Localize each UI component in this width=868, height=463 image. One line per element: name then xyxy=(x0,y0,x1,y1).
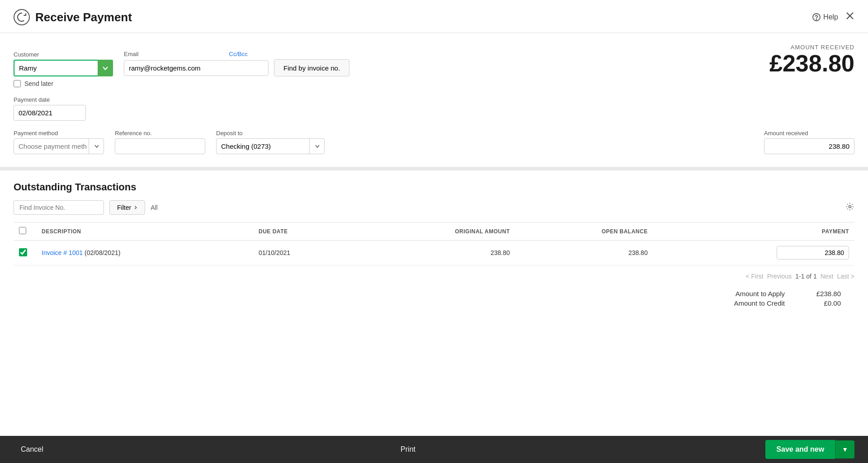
email-field-group: Email Cc/Bcc Find by invoice no. xyxy=(124,51,349,76)
open-balance-header: OPEN BALANCE xyxy=(515,222,653,241)
first-page-link[interactable]: < First xyxy=(745,273,763,280)
open-balance-cell: 238.80 xyxy=(515,241,653,265)
invoice-date: (02/08/2021) xyxy=(85,249,120,256)
deposit-to-label: Deposit to xyxy=(216,130,325,137)
print-button[interactable]: Print xyxy=(393,441,423,458)
svg-point-1 xyxy=(816,19,817,20)
reference-input[interactable] xyxy=(115,138,205,154)
send-later-checkbox[interactable] xyxy=(14,80,21,87)
pagination-row: < First Previous 1-1 of 1 Next Last > xyxy=(14,265,854,283)
email-input[interactable] xyxy=(124,60,269,76)
transactions-table: DESCRIPTION DUE DATE ORIGINAL AMOUNT OPE… xyxy=(14,222,854,265)
summary-section: Amount to Apply £238.80 Amount to Credit… xyxy=(14,283,854,312)
payment-date-label: Payment date xyxy=(14,96,854,103)
invoice-link[interactable]: Invoice # 1001 xyxy=(42,249,83,256)
amount-to-credit-value: £0.00 xyxy=(796,299,841,307)
due-date-cell: 01/10/2021 xyxy=(253,241,356,265)
payment-method-dropdown-button[interactable] xyxy=(89,138,104,154)
reference-group: Reference no. xyxy=(115,130,205,154)
payment-amount-input[interactable] xyxy=(777,246,849,260)
amount-received-header-value: £238.80 xyxy=(769,51,854,76)
previous-page-link[interactable]: Previous xyxy=(767,273,792,280)
next-page-link[interactable]: Next xyxy=(821,273,834,280)
help-button[interactable]: Help xyxy=(812,13,838,21)
pagination-current: 1-1 of 1 xyxy=(795,273,816,280)
payment-header: PAYMENT xyxy=(653,222,854,241)
page-icon xyxy=(14,9,30,25)
amount-to-apply-label: Amount to Apply xyxy=(736,290,785,298)
svg-point-4 xyxy=(849,205,851,208)
due-date-header: DUE DATE xyxy=(253,222,356,241)
find-invoice-button[interactable]: Find by invoice no. xyxy=(274,59,349,76)
email-label: Email xyxy=(124,51,139,57)
send-later-label: Send later xyxy=(24,80,53,87)
find-invoice-no-input[interactable] xyxy=(14,200,104,215)
customer-dropdown-button[interactable] xyxy=(98,60,113,76)
settings-icon-button[interactable] xyxy=(845,202,854,213)
save-new-button[interactable]: Save and new xyxy=(765,440,835,459)
select-all-checkbox[interactable] xyxy=(19,227,26,234)
payment-method-group: Payment method xyxy=(14,130,104,154)
save-new-dropdown-icon: ▼ xyxy=(842,446,848,453)
deposit-to-dropdown-button[interactable] xyxy=(309,138,325,154)
cc-bcc-link[interactable]: Cc/Bcc xyxy=(229,51,248,57)
amount-received-input-group: Amount received xyxy=(764,130,854,154)
close-button[interactable] xyxy=(845,11,854,23)
table-row: Invoice # 1001 (02/08/2021) 01/10/2021 2… xyxy=(14,241,854,265)
amount-to-credit-label: Amount to Credit xyxy=(734,299,785,307)
payment-date-input[interactable] xyxy=(14,105,86,121)
deposit-to-group: Deposit to xyxy=(216,130,325,154)
original-amount-cell: 238.80 xyxy=(356,241,515,265)
filter-button[interactable]: Filter xyxy=(109,200,145,215)
payment-method-label: Payment method xyxy=(14,130,104,137)
last-page-link[interactable]: Last > xyxy=(837,273,854,280)
filter-label: Filter xyxy=(117,204,131,211)
amount-to-apply-value: £238.80 xyxy=(796,290,841,298)
select-all-header xyxy=(14,222,36,241)
customer-label: Customer xyxy=(14,51,113,58)
page-title: Receive Payment xyxy=(35,10,132,24)
save-new-button-wrap: Save and new ▼ xyxy=(765,440,854,459)
page-footer: Cancel Print Save and new ▼ xyxy=(0,436,868,463)
amount-received-header-label: AMOUNT RECEIVED xyxy=(769,44,854,51)
all-link[interactable]: All xyxy=(151,204,158,211)
amount-received-input[interactable] xyxy=(764,138,854,154)
amount-received-input-label: Amount received xyxy=(764,130,854,137)
description-header: DESCRIPTION xyxy=(36,222,253,241)
customer-field-group: Customer xyxy=(14,51,113,76)
transactions-title: Outstanding Transactions xyxy=(14,181,854,193)
deposit-to-input[interactable] xyxy=(216,138,325,154)
save-new-dropdown-button[interactable]: ▼ xyxy=(835,440,854,458)
cancel-button[interactable]: Cancel xyxy=(14,441,51,458)
amount-received-header-block: AMOUNT RECEIVED £238.80 xyxy=(769,44,854,76)
row-checkbox[interactable] xyxy=(19,248,27,256)
reference-label: Reference no. xyxy=(115,130,205,137)
help-label: Help xyxy=(823,13,838,21)
original-amount-header: ORIGINAL AMOUNT xyxy=(356,222,515,241)
payment-cell xyxy=(653,241,854,265)
